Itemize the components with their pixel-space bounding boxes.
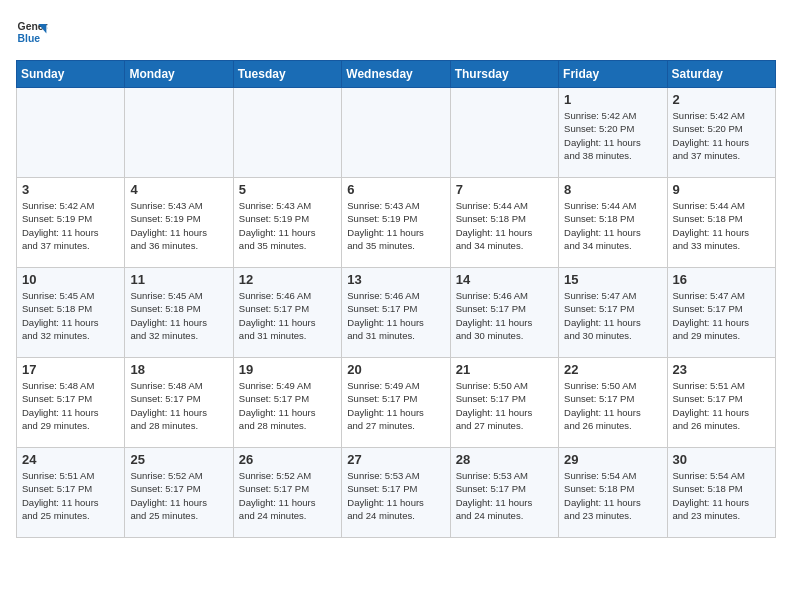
day-detail: Sunrise: 5:46 AM Sunset: 5:17 PM Dayligh… <box>456 289 553 342</box>
day-number: 11 <box>130 272 227 287</box>
week-row-1: 1Sunrise: 5:42 AM Sunset: 5:20 PM Daylig… <box>17 88 776 178</box>
calendar-cell: 29Sunrise: 5:54 AM Sunset: 5:18 PM Dayli… <box>559 448 667 538</box>
day-header-wednesday: Wednesday <box>342 61 450 88</box>
calendar-cell: 2Sunrise: 5:42 AM Sunset: 5:20 PM Daylig… <box>667 88 775 178</box>
week-row-5: 24Sunrise: 5:51 AM Sunset: 5:17 PM Dayli… <box>17 448 776 538</box>
day-detail: Sunrise: 5:51 AM Sunset: 5:17 PM Dayligh… <box>673 379 770 432</box>
day-number: 29 <box>564 452 661 467</box>
calendar-cell: 16Sunrise: 5:47 AM Sunset: 5:17 PM Dayli… <box>667 268 775 358</box>
day-detail: Sunrise: 5:49 AM Sunset: 5:17 PM Dayligh… <box>239 379 336 432</box>
calendar-cell: 26Sunrise: 5:52 AM Sunset: 5:17 PM Dayli… <box>233 448 341 538</box>
calendar-cell <box>342 88 450 178</box>
day-number: 15 <box>564 272 661 287</box>
day-number: 26 <box>239 452 336 467</box>
day-number: 24 <box>22 452 119 467</box>
calendar-cell: 6Sunrise: 5:43 AM Sunset: 5:19 PM Daylig… <box>342 178 450 268</box>
calendar-cell: 19Sunrise: 5:49 AM Sunset: 5:17 PM Dayli… <box>233 358 341 448</box>
week-row-2: 3Sunrise: 5:42 AM Sunset: 5:19 PM Daylig… <box>17 178 776 268</box>
calendar-table: SundayMondayTuesdayWednesdayThursdayFrid… <box>16 60 776 538</box>
day-number: 6 <box>347 182 444 197</box>
calendar-cell: 28Sunrise: 5:53 AM Sunset: 5:17 PM Dayli… <box>450 448 558 538</box>
day-detail: Sunrise: 5:49 AM Sunset: 5:17 PM Dayligh… <box>347 379 444 432</box>
calendar-cell: 14Sunrise: 5:46 AM Sunset: 5:17 PM Dayli… <box>450 268 558 358</box>
day-number: 4 <box>130 182 227 197</box>
calendar-cell: 23Sunrise: 5:51 AM Sunset: 5:17 PM Dayli… <box>667 358 775 448</box>
calendar-cell: 5Sunrise: 5:43 AM Sunset: 5:19 PM Daylig… <box>233 178 341 268</box>
day-header-friday: Friday <box>559 61 667 88</box>
day-header-thursday: Thursday <box>450 61 558 88</box>
calendar-cell: 4Sunrise: 5:43 AM Sunset: 5:19 PM Daylig… <box>125 178 233 268</box>
calendar-header-row: SundayMondayTuesdayWednesdayThursdayFrid… <box>17 61 776 88</box>
day-detail: Sunrise: 5:53 AM Sunset: 5:17 PM Dayligh… <box>456 469 553 522</box>
day-number: 1 <box>564 92 661 107</box>
week-row-4: 17Sunrise: 5:48 AM Sunset: 5:17 PM Dayli… <box>17 358 776 448</box>
day-detail: Sunrise: 5:43 AM Sunset: 5:19 PM Dayligh… <box>130 199 227 252</box>
day-detail: Sunrise: 5:47 AM Sunset: 5:17 PM Dayligh… <box>564 289 661 342</box>
day-number: 28 <box>456 452 553 467</box>
calendar-cell: 27Sunrise: 5:53 AM Sunset: 5:17 PM Dayli… <box>342 448 450 538</box>
day-detail: Sunrise: 5:52 AM Sunset: 5:17 PM Dayligh… <box>130 469 227 522</box>
day-detail: Sunrise: 5:44 AM Sunset: 5:18 PM Dayligh… <box>564 199 661 252</box>
logo-icon: General Blue <box>16 16 48 48</box>
day-number: 20 <box>347 362 444 377</box>
calendar-cell: 11Sunrise: 5:45 AM Sunset: 5:18 PM Dayli… <box>125 268 233 358</box>
calendar-cell: 15Sunrise: 5:47 AM Sunset: 5:17 PM Dayli… <box>559 268 667 358</box>
day-detail: Sunrise: 5:50 AM Sunset: 5:17 PM Dayligh… <box>564 379 661 432</box>
day-number: 9 <box>673 182 770 197</box>
day-detail: Sunrise: 5:46 AM Sunset: 5:17 PM Dayligh… <box>239 289 336 342</box>
day-detail: Sunrise: 5:53 AM Sunset: 5:17 PM Dayligh… <box>347 469 444 522</box>
day-header-sunday: Sunday <box>17 61 125 88</box>
day-number: 3 <box>22 182 119 197</box>
calendar-cell: 30Sunrise: 5:54 AM Sunset: 5:18 PM Dayli… <box>667 448 775 538</box>
day-detail: Sunrise: 5:45 AM Sunset: 5:18 PM Dayligh… <box>22 289 119 342</box>
day-detail: Sunrise: 5:42 AM Sunset: 5:20 PM Dayligh… <box>564 109 661 162</box>
calendar-cell: 20Sunrise: 5:49 AM Sunset: 5:17 PM Dayli… <box>342 358 450 448</box>
calendar-cell: 24Sunrise: 5:51 AM Sunset: 5:17 PM Dayli… <box>17 448 125 538</box>
calendar-cell: 17Sunrise: 5:48 AM Sunset: 5:17 PM Dayli… <box>17 358 125 448</box>
calendar-cell: 3Sunrise: 5:42 AM Sunset: 5:19 PM Daylig… <box>17 178 125 268</box>
day-detail: Sunrise: 5:44 AM Sunset: 5:18 PM Dayligh… <box>456 199 553 252</box>
calendar-cell: 9Sunrise: 5:44 AM Sunset: 5:18 PM Daylig… <box>667 178 775 268</box>
day-number: 27 <box>347 452 444 467</box>
day-number: 8 <box>564 182 661 197</box>
day-header-saturday: Saturday <box>667 61 775 88</box>
day-detail: Sunrise: 5:43 AM Sunset: 5:19 PM Dayligh… <box>347 199 444 252</box>
day-detail: Sunrise: 5:54 AM Sunset: 5:18 PM Dayligh… <box>673 469 770 522</box>
day-number: 2 <box>673 92 770 107</box>
day-detail: Sunrise: 5:54 AM Sunset: 5:18 PM Dayligh… <box>564 469 661 522</box>
page-header: General Blue <box>16 16 776 48</box>
day-number: 30 <box>673 452 770 467</box>
calendar-cell: 10Sunrise: 5:45 AM Sunset: 5:18 PM Dayli… <box>17 268 125 358</box>
day-number: 10 <box>22 272 119 287</box>
day-number: 5 <box>239 182 336 197</box>
calendar-cell <box>450 88 558 178</box>
calendar-cell <box>233 88 341 178</box>
day-number: 12 <box>239 272 336 287</box>
calendar-cell: 22Sunrise: 5:50 AM Sunset: 5:17 PM Dayli… <box>559 358 667 448</box>
day-detail: Sunrise: 5:42 AM Sunset: 5:20 PM Dayligh… <box>673 109 770 162</box>
day-number: 13 <box>347 272 444 287</box>
svg-text:Blue: Blue <box>18 33 41 44</box>
day-number: 25 <box>130 452 227 467</box>
day-number: 7 <box>456 182 553 197</box>
day-number: 22 <box>564 362 661 377</box>
day-detail: Sunrise: 5:42 AM Sunset: 5:19 PM Dayligh… <box>22 199 119 252</box>
week-row-3: 10Sunrise: 5:45 AM Sunset: 5:18 PM Dayli… <box>17 268 776 358</box>
day-detail: Sunrise: 5:50 AM Sunset: 5:17 PM Dayligh… <box>456 379 553 432</box>
calendar-cell: 21Sunrise: 5:50 AM Sunset: 5:17 PM Dayli… <box>450 358 558 448</box>
day-number: 18 <box>130 362 227 377</box>
day-detail: Sunrise: 5:47 AM Sunset: 5:17 PM Dayligh… <box>673 289 770 342</box>
day-detail: Sunrise: 5:45 AM Sunset: 5:18 PM Dayligh… <box>130 289 227 342</box>
calendar-cell: 18Sunrise: 5:48 AM Sunset: 5:17 PM Dayli… <box>125 358 233 448</box>
calendar-cell <box>17 88 125 178</box>
day-header-tuesday: Tuesday <box>233 61 341 88</box>
day-detail: Sunrise: 5:51 AM Sunset: 5:17 PM Dayligh… <box>22 469 119 522</box>
day-detail: Sunrise: 5:48 AM Sunset: 5:17 PM Dayligh… <box>130 379 227 432</box>
calendar-cell: 13Sunrise: 5:46 AM Sunset: 5:17 PM Dayli… <box>342 268 450 358</box>
day-detail: Sunrise: 5:48 AM Sunset: 5:17 PM Dayligh… <box>22 379 119 432</box>
calendar-cell: 7Sunrise: 5:44 AM Sunset: 5:18 PM Daylig… <box>450 178 558 268</box>
day-detail: Sunrise: 5:43 AM Sunset: 5:19 PM Dayligh… <box>239 199 336 252</box>
day-number: 16 <box>673 272 770 287</box>
calendar-cell <box>125 88 233 178</box>
day-detail: Sunrise: 5:46 AM Sunset: 5:17 PM Dayligh… <box>347 289 444 342</box>
